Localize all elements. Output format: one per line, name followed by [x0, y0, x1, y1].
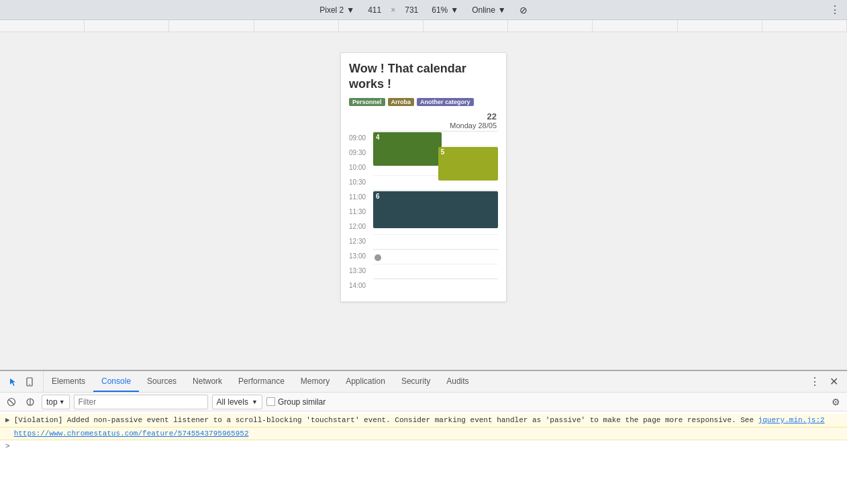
tab-application[interactable]: Application: [338, 371, 393, 392]
badge-arroba[interactable]: Arroba: [388, 98, 415, 106]
time-line: [373, 234, 498, 249]
network-status: Online: [472, 5, 495, 15]
device-name: Pixel 2: [319, 5, 344, 15]
ruler: [0, 20, 847, 32]
ruler-segment: [678, 20, 762, 32]
ruler-segment: [424, 20, 508, 32]
time-line: [373, 146, 498, 160]
close-devtools-icon[interactable]: ✕: [826, 374, 842, 390]
zoom-dropdown-icon: ▼: [450, 5, 458, 15]
tab-memory[interactable]: Memory: [293, 371, 338, 392]
device-toolbar: Pixel 2 ▼ 411 × 731 61% ▼ Online ▼ ⊘ ⋮: [0, 0, 847, 20]
badge-another[interactable]: Another category: [417, 98, 474, 106]
time-line: [373, 160, 498, 175]
context-value: top: [46, 397, 58, 407]
console-output: ▶ [Violation] Added non-passive event li…: [0, 411, 847, 504]
tab-console[interactable]: Console: [93, 371, 139, 392]
badge-personnel[interactable]: Personnel: [349, 98, 385, 106]
time-line: [373, 279, 498, 293]
console-url-line: ▶ https://www.chromestatus.com/feature/5…: [0, 427, 847, 441]
mobile-icon[interactable]: [21, 374, 38, 390]
levels-dropdown-icon: ▼: [252, 399, 258, 405]
day-number: 22: [373, 111, 497, 121]
time-row: 12:00: [349, 219, 498, 234]
day-label: Monday 28/05: [373, 121, 497, 130]
time-label: 14:00: [349, 279, 373, 293]
tab-performance[interactable]: Performance: [230, 371, 293, 392]
height-input[interactable]: 731: [401, 0, 422, 19]
device-selector[interactable]: Pixel 2 ▼: [315, 0, 358, 19]
time-row: 12:30: [349, 234, 498, 249]
chromestatus-link[interactable]: https://www.chromestatus.com/feature/574…: [14, 430, 249, 438]
time-line: [373, 249, 498, 264]
tab-network[interactable]: Network: [185, 371, 230, 392]
settings-icon: ⚙: [832, 397, 840, 407]
jquery-link[interactable]: jquery.min.js:2: [758, 416, 825, 424]
time-label: 11:30: [349, 205, 373, 219]
console-settings-button[interactable]: ⚙: [828, 395, 843, 409]
network-selector[interactable]: Online ▼: [468, 0, 510, 19]
tab-security[interactable]: Security: [393, 371, 438, 392]
calendar-title: Wow ! That calendar works !: [349, 61, 498, 93]
stop-button[interactable]: [23, 395, 38, 409]
filter-input[interactable]: [74, 395, 208, 409]
ruler-segment: [0, 20, 85, 32]
group-similar-text: Group similar: [278, 397, 326, 407]
width-input[interactable]: 411: [364, 0, 385, 19]
time-row: 13:30: [349, 264, 498, 279]
time-row: 11:30: [349, 205, 498, 219]
ruler-segment: [339, 20, 424, 32]
time-label: 09:00: [349, 131, 373, 146]
time-row: 13:00: [349, 249, 498, 264]
ruler-segment: [85, 20, 169, 32]
cursor-icon[interactable]: [5, 374, 21, 390]
tab-elements[interactable]: Elements: [44, 371, 93, 392]
time-rows: 09:00 09:30 10:00 10:30 11:00 11:30 12:0…: [349, 131, 498, 293]
time-line: [373, 205, 498, 219]
time-row: 09:00: [349, 131, 498, 146]
tab-more-icon[interactable]: ⋮: [807, 374, 823, 390]
devtools-tabs: Elements Console Sources Network Perform…: [0, 371, 847, 393]
time-row: 11:00: [349, 190, 498, 205]
calendar-card: Wow ! That calendar works ! Personnel Ar…: [340, 52, 507, 302]
console-prompt-line[interactable]: >: [0, 440, 847, 454]
devtools-icon-group: [0, 371, 44, 392]
time-line: [373, 264, 498, 279]
no-throttle-icon: ⊘: [519, 5, 528, 15]
console-violation-text: [Violation] Added non-passive event list…: [14, 415, 842, 426]
context-selector[interactable]: top ▼: [42, 395, 70, 409]
time-label: 09:30: [349, 146, 373, 160]
zoom-level: 61%: [432, 5, 448, 15]
time-row: 09:30: [349, 146, 498, 160]
more-icon: ⋮: [830, 4, 840, 15]
group-similar-label[interactable]: Group similar: [266, 397, 326, 407]
group-similar-checkbox[interactable]: [266, 397, 275, 406]
calendar-time-grid: 09:00 09:30 10:00 10:30 11:00 11:30 12:0…: [349, 131, 498, 293]
device-height: 731: [405, 5, 418, 15]
time-label: 10:00: [349, 160, 373, 175]
tab-sources[interactable]: Sources: [139, 371, 185, 392]
main-content: Wow ! That calendar works ! Personnel Ar…: [0, 32, 847, 370]
tab-audits[interactable]: Audits: [438, 371, 477, 392]
network-dropdown-icon: ▼: [498, 5, 506, 15]
time-label: 11:00: [349, 190, 373, 205]
time-line: [373, 219, 498, 234]
more-options-button[interactable]: ⋮: [830, 3, 840, 16]
no-throttle[interactable]: ⊘: [515, 0, 532, 19]
violation-message: [Violation] Added non-passive event list…: [14, 416, 758, 424]
time-label: 10:30: [349, 175, 373, 190]
time-label: 13:00: [349, 249, 373, 264]
ruler-segment: [254, 20, 339, 32]
time-row: 14:00: [349, 279, 498, 293]
console-url-text: https://www.chromestatus.com/feature/574…: [14, 428, 842, 440]
category-badges: Personnel Arroba Another category: [349, 98, 498, 106]
levels-selector[interactable]: All levels ▼: [212, 395, 262, 409]
ruler-segment: [593, 20, 677, 32]
ruler-segment: [508, 20, 593, 32]
time-line: [373, 175, 498, 190]
svg-line-3: [9, 399, 14, 404]
clear-console-button[interactable]: [4, 395, 19, 409]
zoom-selector[interactable]: 61% ▼: [428, 0, 462, 19]
ruler-segment: [169, 20, 254, 32]
console-expand-arrow[interactable]: ▶: [5, 415, 10, 426]
